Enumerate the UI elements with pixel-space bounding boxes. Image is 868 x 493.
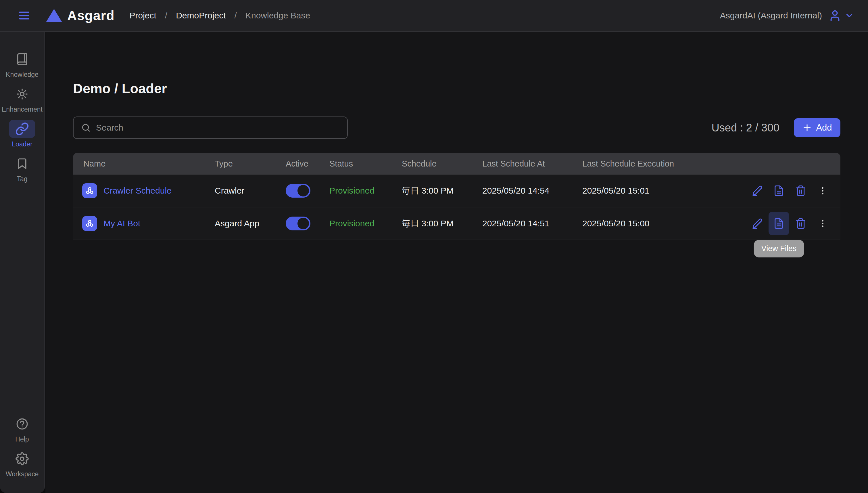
page-title: Demo / Loader: [73, 81, 167, 97]
row-last-schedule-at: 2025/05/20 14:54: [482, 186, 582, 196]
table-header: Name Type Active Status Schedule Last Sc…: [73, 153, 840, 175]
loader-table: Name Type Active Status Schedule Last Sc…: [73, 153, 840, 240]
sidebar-label: Workspace: [6, 470, 39, 478]
row-name-link[interactable]: Crawler Schedule: [104, 186, 172, 196]
row-name-link[interactable]: My AI Bot: [104, 219, 140, 228]
add-button-label: Add: [816, 123, 832, 133]
column-header-active: Active: [286, 159, 329, 169]
add-button[interactable]: Add: [794, 118, 840, 137]
breadcrumb-project[interactable]: Project: [129, 10, 156, 20]
row-schedule: 毎日 3:00 PM: [402, 218, 482, 230]
file-icon: [773, 218, 785, 229]
view-files-tooltip: View Files: [754, 240, 804, 257]
sidebar-label: Loader: [12, 141, 32, 148]
active-toggle[interactable]: [286, 217, 311, 230]
column-header-last-schedule-at: Last Schedule At: [482, 159, 582, 169]
account-label: AsgardAI (Asgard Internal): [720, 10, 822, 20]
top-header: Asgard Project / DemoProject / Knowledge…: [0, 0, 868, 31]
trash-icon: [795, 185, 806, 196]
breadcrumb: Project / DemoProject / Knowledge Base: [129, 10, 310, 20]
sidebar-item-knowledge[interactable]: Knowledge: [0, 50, 45, 79]
column-header-schedule: Schedule: [402, 159, 482, 169]
pencil-icon: [751, 218, 763, 229]
column-header-last-schedule-execution: Last Schedule Execution: [582, 159, 714, 169]
usage-counter: Used : 2 / 300: [711, 122, 779, 134]
column-header-type: Type: [215, 159, 286, 169]
table-row: My AI Bot Asgard App Provisioned 毎日 3:00…: [73, 207, 840, 240]
sidebar-label: Enhancement: [2, 106, 43, 113]
sidebar-label: Tag: [17, 175, 27, 183]
column-header-name: Name: [73, 159, 215, 169]
row-last-schedule-at: 2025/05/20 14:51: [482, 219, 582, 228]
user-icon[interactable]: [828, 9, 842, 22]
kebab-menu-icon: [817, 218, 828, 229]
book-icon: [16, 52, 29, 66]
sidebar-label: Knowledge: [6, 71, 39, 79]
row-status: Provisioned: [329, 186, 402, 196]
pencil-icon: [751, 185, 763, 196]
main-content: Demo / Loader Used : 2 / 300 Add: [45, 32, 868, 493]
sidebar-item-enhancement[interactable]: Enhancement: [0, 85, 45, 113]
hamburger-menu-icon[interactable]: [16, 8, 32, 22]
table-row: Crawler Schedule Crawler Provisioned 毎日 …: [73, 175, 840, 207]
file-icon: [773, 185, 785, 196]
app-root: Asgard Project / DemoProject / Knowledge…: [0, 0, 868, 493]
search-input[interactable]: [96, 123, 340, 133]
account-menu[interactable]: AsgardAI (Asgard Internal): [720, 9, 854, 22]
view-files-button[interactable]: View Files: [769, 212, 789, 235]
kebab-menu-icon: [817, 186, 828, 196]
sidebar-label: Help: [15, 435, 29, 443]
view-files-button[interactable]: [769, 179, 789, 202]
search-icon: [81, 123, 91, 133]
sidebar-item-workspace[interactable]: Workspace: [0, 450, 45, 478]
breadcrumb-demoproject[interactable]: DemoProject: [176, 10, 226, 20]
brand-name: Asgard: [67, 8, 114, 23]
more-actions-button[interactable]: [812, 212, 833, 235]
column-header-status: Status: [329, 159, 402, 169]
loader-app-icon: [82, 183, 97, 198]
edit-button[interactable]: [747, 179, 768, 202]
row-schedule: 毎日 3:00 PM: [402, 185, 482, 197]
toolbar: Used : 2 / 300 Add: [73, 116, 840, 139]
brand-logo[interactable]: Asgard: [46, 8, 114, 23]
edit-button[interactable]: [747, 212, 768, 235]
more-actions-button[interactable]: [812, 179, 833, 202]
sidebar-item-loader[interactable]: Loader: [0, 120, 45, 148]
row-type: Crawler: [215, 186, 286, 196]
chevron-down-icon[interactable]: [844, 10, 854, 20]
plus-icon: [802, 123, 812, 133]
delete-button[interactable]: [791, 179, 811, 202]
sidebar-item-help[interactable]: Help: [0, 415, 45, 443]
help-circle-icon: [16, 417, 29, 431]
row-last-schedule-execution: 2025/05/20 15:00: [582, 219, 714, 228]
gear-icon: [16, 452, 29, 465]
active-toggle[interactable]: [286, 184, 311, 198]
link-icon: [15, 122, 29, 136]
breadcrumb-separator: /: [165, 10, 167, 20]
sidebar: Knowledge Enhancement Loa: [0, 32, 45, 493]
breadcrumb-separator: /: [234, 10, 237, 20]
bookmark-icon: [16, 157, 28, 170]
sidebar-item-tag[interactable]: Tag: [0, 154, 45, 183]
sidebar-footer: Help Workspace: [0, 415, 45, 478]
sun-icon: [16, 87, 29, 101]
search-box[interactable]: [73, 116, 348, 139]
row-status: Provisioned: [329, 219, 402, 228]
loader-app-icon: [82, 216, 97, 231]
breadcrumb-knowledge-base: Knowledge Base: [246, 10, 310, 20]
trash-icon: [795, 218, 806, 229]
delete-button[interactable]: [791, 212, 811, 235]
triangle-logo-icon: [46, 9, 62, 22]
row-last-schedule-execution: 2025/05/20 15:01: [582, 186, 714, 196]
row-type: Asgard App: [215, 219, 286, 228]
